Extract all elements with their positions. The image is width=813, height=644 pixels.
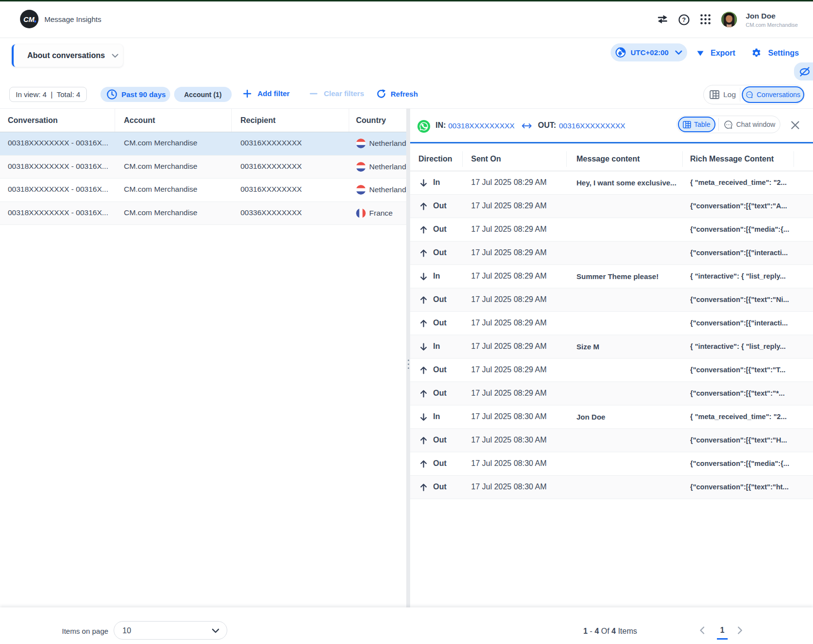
svg-text:CM: CM bbox=[23, 16, 35, 23]
svg-text:?: ? bbox=[682, 17, 686, 23]
